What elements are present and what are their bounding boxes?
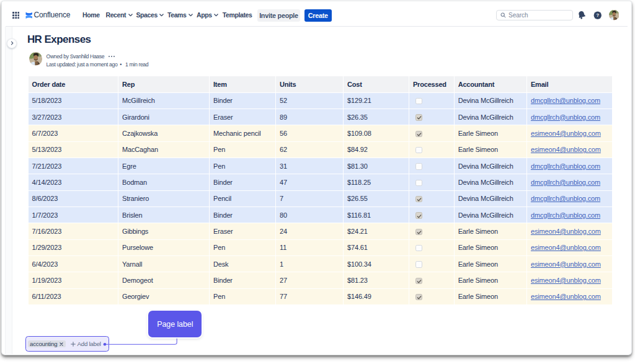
owner-avatar[interactable]: [29, 52, 43, 66]
cell-rep: Straniero: [118, 190, 209, 206]
topbar-divider: [6, 26, 628, 27]
notifications-bell-icon[interactable]: [577, 2, 586, 27]
table-row: 4/14/2023BodmanBinder47$118.25Devina McG…: [28, 174, 612, 190]
confluence-wordmark[interactable]: Confluence: [34, 2, 71, 27]
cell-rep: Girardoni: [118, 109, 209, 125]
invite-people-button[interactable]: Invite people: [257, 9, 300, 22]
cell-processed: [409, 125, 454, 141]
question-mark-glyph: ?: [596, 12, 599, 18]
expand-sidebar-button[interactable]: [7, 38, 17, 48]
cell-units: 7: [275, 190, 343, 206]
last-updated-text[interactable]: Last updated: just a moment ago: [47, 61, 118, 68]
search-box[interactable]: [496, 10, 573, 21]
owned-by-text[interactable]: Owned by Svanhild Haase: [47, 53, 105, 60]
cell-rep: McGillreich: [118, 92, 209, 109]
nav-item-teams[interactable]: Teams: [167, 2, 193, 27]
cell-item: Pen: [209, 288, 275, 304]
cell-accountant: Devina McGillreich: [454, 158, 526, 174]
checkbox-checked[interactable]: [415, 131, 422, 138]
cell-order-date: 6/7/2023: [28, 125, 118, 141]
cell-cost: $84.92: [343, 141, 409, 158]
checkbox-checked[interactable]: [415, 196, 422, 203]
search-icon: [500, 12, 506, 18]
checkbox-unchecked[interactable]: [415, 261, 422, 268]
cell-accountant: Earle Simeon: [454, 141, 526, 158]
chevron-down-icon: [214, 14, 218, 17]
confluence-logo-icon[interactable]: [25, 2, 33, 27]
email-link[interactable]: esimeon4@unblog.com: [531, 146, 601, 153]
cell-accountant: Earle Simeon: [454, 288, 526, 304]
email-link[interactable]: dmcgllrch@unblog.com: [531, 162, 600, 170]
cell-item: Binder: [209, 272, 275, 288]
cell-order-date: 5/18/2023: [28, 92, 118, 109]
table-row: 1/29/2023PurselowePen11$74.61Earle Simeo…: [28, 239, 612, 255]
cell-processed: [409, 190, 454, 206]
nav-item-recent[interactable]: Recent: [106, 2, 133, 27]
checkbox-checked[interactable]: [415, 294, 422, 301]
add-label-button[interactable]: Add label: [71, 340, 101, 347]
cell-email: dmcgllrch@unblog.com: [526, 158, 612, 174]
nav-item-apps[interactable]: Apps: [197, 2, 218, 27]
cell-units: 89: [275, 109, 343, 125]
expenses-table: Order dateRepItemUnitsCostProcessedAccou…: [28, 76, 613, 305]
cell-email: esimeon4@unblog.com: [526, 239, 612, 255]
email-link[interactable]: dmcgllrch@unblog.com: [531, 97, 600, 104]
nav-item-home[interactable]: Home: [82, 2, 100, 27]
cell-order-date: 6/11/2023: [28, 288, 118, 304]
cell-units: 77: [275, 288, 343, 304]
checkbox-checked[interactable]: [415, 212, 422, 219]
table-header-row: Order dateRepItemUnitsCostProcessedAccou…: [28, 76, 612, 93]
nav-item-spaces[interactable]: Spaces: [136, 2, 164, 27]
cell-units: 62: [275, 141, 343, 158]
cell-accountant: Devina McGillreich: [454, 190, 526, 206]
email-link[interactable]: esimeon4@unblog.com: [531, 244, 601, 251]
cell-email: esimeon4@unblog.com: [526, 125, 612, 141]
column-header: Units: [275, 76, 343, 93]
table-row: 1/19/2023DemogeotBinder27$81.23Earle Sim…: [28, 272, 612, 288]
email-link[interactable]: dmcgllrch@unblog.com: [531, 113, 600, 121]
nav-item-label: Recent: [106, 11, 127, 19]
table-row: 7/16/2023GibbingsEraser24$24.21Earle Sim…: [28, 223, 612, 239]
checkbox-unchecked[interactable]: [415, 98, 422, 105]
email-link[interactable]: esimeon4@unblog.com: [531, 260, 601, 268]
cell-rep: MacCaghan: [118, 141, 209, 158]
label-chip-accounting[interactable]: accounting: [28, 340, 66, 348]
cell-processed: [409, 109, 454, 125]
email-link[interactable]: esimeon4@unblog.com: [531, 130, 601, 137]
email-link[interactable]: dmcgllrch@unblog.com: [531, 211, 600, 219]
cell-email: esimeon4@unblog.com: [526, 272, 612, 288]
email-link[interactable]: esimeon4@unblog.com: [531, 293, 601, 300]
cell-cost: $118.25: [343, 174, 409, 190]
checkbox-unchecked[interactable]: [415, 245, 422, 252]
cell-cost: $116.81: [343, 206, 409, 223]
checkbox-checked[interactable]: [415, 229, 422, 236]
app-switcher-icon[interactable]: [12, 2, 20, 27]
email-link[interactable]: dmcgllrch@unblog.com: [531, 179, 600, 186]
create-button[interactable]: Create: [304, 9, 332, 22]
cell-rep: Purselowe: [118, 239, 209, 255]
cell-processed: [409, 255, 454, 272]
email-link[interactable]: dmcgllrch@unblog.com: [531, 195, 600, 202]
email-link[interactable]: esimeon4@unblog.com: [531, 277, 601, 284]
cell-units: 1: [275, 255, 343, 272]
cell-cost: $26.55: [343, 190, 409, 206]
nav-item-templates[interactable]: Templates: [223, 2, 252, 27]
checkbox-checked[interactable]: [415, 278, 422, 285]
remove-label-icon[interactable]: [60, 342, 63, 346]
help-icon[interactable]: ?: [593, 2, 602, 27]
more-actions-icon[interactable]: [109, 56, 114, 57]
checkbox-unchecked[interactable]: [415, 147, 422, 154]
checkbox-unchecked[interactable]: [415, 180, 422, 187]
checkbox-checked[interactable]: [415, 114, 422, 121]
cell-processed: [409, 92, 454, 109]
user-avatar[interactable]: [609, 2, 619, 27]
cell-accountant: Devina McGillreich: [454, 109, 526, 125]
email-link[interactable]: esimeon4@unblog.com: [531, 228, 601, 235]
cell-cost: $74.61: [343, 239, 409, 255]
search-input[interactable]: [508, 12, 564, 19]
checkbox-unchecked[interactable]: [415, 163, 422, 170]
page-title: HR Expenses: [27, 33, 91, 46]
label-chip-text: accounting: [30, 340, 57, 347]
cell-cost: $26.35: [343, 109, 409, 125]
cell-order-date: 1/19/2023: [28, 272, 118, 288]
